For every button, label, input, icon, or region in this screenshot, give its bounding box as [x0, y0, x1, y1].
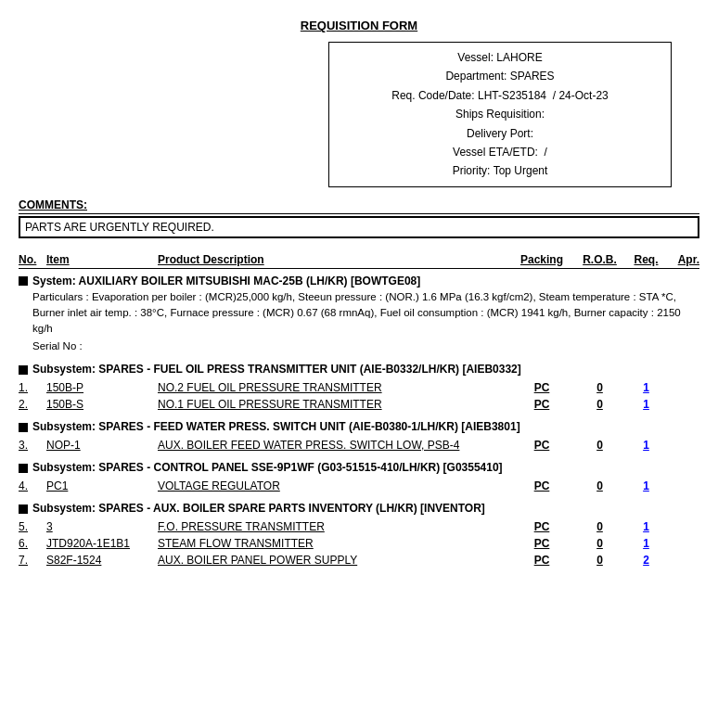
system-particulars: Particulars : Evaporation per boiler : (…	[32, 289, 699, 338]
row-packing: PC	[509, 398, 574, 411]
department-value: SPARES	[510, 67, 555, 85]
col-header-desc: Product Description	[158, 253, 509, 266]
req-date-value: 24-Oct-23	[558, 86, 608, 105]
row-rob: 0	[574, 479, 625, 492]
vessel-eta-label: Vessel ETA/ETD:	[453, 143, 538, 161]
row-no: 4.	[19, 479, 46, 492]
row-rob: 0	[574, 381, 625, 394]
table-row: 7.S82F-1524AUX. BOILER PANEL POWER SUPPL…	[19, 552, 699, 568]
vessel-eta-sep: /	[545, 143, 547, 161]
system-icon	[19, 276, 28, 286]
req-code-value: LHT-S235184	[478, 86, 546, 105]
system-serial: Serial No :	[32, 338, 699, 354]
row-desc: AUX. BOILER FEED WATER PRESS. SWITCH LOW…	[158, 439, 509, 452]
subsystem-label: Subsystem: SPARES - FUEL OIL PRESS TRANS…	[32, 363, 521, 376]
row-req: 1	[625, 398, 667, 411]
col-header-no: No.	[19, 253, 46, 266]
row-req: 1	[625, 479, 667, 492]
comments-box: PARTS ARE URGENTLY REQUIRED.	[19, 216, 699, 238]
table-row: 1.150B-PNo.2 FUEL OIL PRESSURE TRANSMITT…	[19, 379, 699, 396]
col-header-packing: Packing	[509, 253, 574, 266]
subsystem-icon	[19, 504, 28, 514]
row-item: S82F-1524	[46, 554, 158, 567]
row-no: 2.	[19, 398, 46, 411]
row-req: 1	[625, 520, 667, 533]
row-rob: 0	[574, 554, 625, 567]
row-no: 3.	[19, 439, 46, 452]
table-section: No. Item Product Description Packing R.O…	[19, 253, 699, 568]
row-req: 1	[625, 381, 667, 394]
table-row: 3.NOP-1AUX. BOILER FEED WATER PRESS. SWI…	[19, 437, 699, 453]
row-desc: AUX. BOILER PANEL POWER SUPPLY	[158, 554, 509, 567]
comments-section: COMMENTS:	[19, 198, 699, 214]
row-desc: No.1 FUEL OIL PRESSURE TRANSMITTER	[158, 398, 509, 411]
row-no: 6.	[19, 537, 46, 550]
subsystem-icon	[19, 365, 28, 375]
table-row: 4.PC1VOLTAGE REGULATORPC01	[19, 478, 699, 494]
col-header-apr: Apr.	[667, 253, 699, 266]
delivery-port-label: Delivery Port:	[467, 124, 533, 143]
row-rob: 0	[574, 398, 625, 411]
row-desc: No.2 FUEL OIL PRESSURE TRANSMITTER	[158, 381, 509, 394]
comments-label: COMMENTS:	[19, 198, 87, 211]
row-no: 5.	[19, 520, 46, 533]
subsystem-label: Subsystem: SPARES - AUX. BOILER SPARE PA…	[32, 502, 485, 515]
row-desc: STEAM FLOW TRANSMITTER	[158, 537, 509, 550]
row-no: 1.	[19, 381, 46, 394]
row-item: NOP-1	[46, 439, 158, 452]
req-date-sep: /	[553, 86, 556, 105]
row-req: 2	[625, 554, 667, 567]
row-desc: F.O. PRESSURE TRANSMITTER	[158, 520, 509, 533]
subsystem-icon	[19, 464, 28, 473]
row-item: 150B-P	[46, 381, 158, 394]
row-no: 7.	[19, 554, 46, 567]
subsystem-row: Subsystem: SPARES - FUEL OIL PRESS TRANS…	[19, 363, 699, 376]
info-box: Vessel: LAHORE Department: SPARES Req. C…	[328, 42, 672, 187]
table-row: 6.JTD920A-1E1B1STEAM FLOW TRANSMITTERPC0…	[19, 535, 699, 552]
row-req: 1	[625, 537, 667, 550]
table-row: 2.150B-SNo.1 FUEL OIL PRESSURE TRANSMITT…	[19, 396, 699, 413]
row-packing: PC	[509, 537, 574, 550]
priority-value: Top Urgent	[494, 161, 548, 180]
row-packing: PC	[509, 554, 574, 567]
row-rob: 0	[574, 439, 625, 452]
subsystem-row: Subsystem: SPARES - FEED WATER PRESS. SW…	[19, 420, 699, 433]
subsystem-row: Subsystem: SPARES - CONTROL PANEL SSE-9P…	[19, 461, 699, 474]
col-header-req: Req.	[625, 253, 667, 266]
row-req: 1	[625, 439, 667, 452]
table-row: 5.3F.O. PRESSURE TRANSMITTERPC01	[19, 518, 699, 535]
vessel-label: Vessel:	[457, 48, 494, 67]
subsystem-row: Subsystem: SPARES - AUX. BOILER SPARE PA…	[19, 502, 699, 515]
row-item: 3	[46, 520, 158, 533]
subsystem-icon	[19, 423, 28, 432]
row-item: JTD920A-1E1B1	[46, 537, 158, 550]
row-item: 150B-S	[46, 398, 158, 411]
row-rob: 0	[574, 520, 625, 533]
row-desc: VOLTAGE REGULATOR	[158, 479, 509, 492]
row-packing: PC	[509, 439, 574, 452]
row-rob: 0	[574, 537, 625, 550]
subsystem-label: Subsystem: SPARES - CONTROL PANEL SSE-9P…	[32, 461, 503, 474]
req-code-label: Req. Code/Date:	[391, 86, 474, 105]
row-item: PC1	[46, 479, 158, 492]
subsystem-label: Subsystem: SPARES - FEED WATER PRESS. SW…	[32, 420, 520, 433]
system-row: System: AUXILIARY BOILER MITSUBISHI MAC-…	[19, 275, 699, 287]
col-header-item: Item	[46, 253, 158, 266]
department-label: Department:	[445, 67, 506, 85]
ships-req-label: Ships Requisition:	[455, 105, 545, 123]
priority-label: Priority:	[453, 161, 491, 180]
row-packing: PC	[509, 479, 574, 492]
row-packing: PC	[509, 381, 574, 394]
row-packing: PC	[509, 520, 574, 533]
system-label: System: AUXILIARY BOILER MITSUBISHI MAC-…	[32, 275, 420, 287]
column-headers: No. Item Product Description Packing R.O…	[19, 253, 699, 269]
page-title: REQUISITION FORM	[19, 19, 699, 32]
col-header-rob: R.O.B.	[574, 253, 625, 266]
vessel-value: LAHORE	[496, 48, 542, 67]
